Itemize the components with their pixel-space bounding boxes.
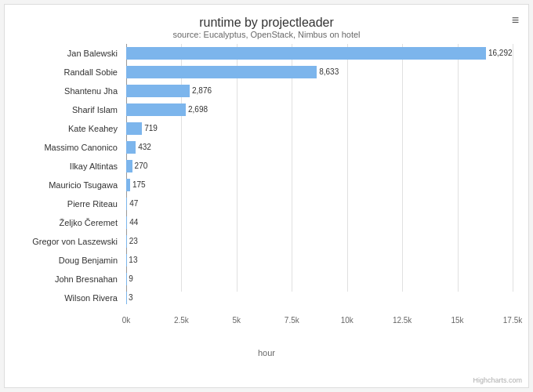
chart-container: runtime by projectleader source: Eucalyp…	[4, 4, 529, 388]
bar-fill	[126, 85, 190, 98]
bar-label: Massimo Canonico	[13, 138, 122, 157]
x-axis-tick-label: 17.5k	[503, 316, 522, 325]
bar-label: Wilson Rivera	[13, 289, 122, 307]
bar-label: Sharif Islam	[13, 100, 122, 119]
bar-fill	[126, 141, 136, 154]
bar-label: Randall Sobie	[13, 63, 122, 82]
bar-label: Pierre Riteau	[13, 194, 122, 213]
bar-value-label: 13	[126, 254, 137, 267]
bar-value-label: 23	[127, 235, 138, 249]
bar-label: Gregor von Laszewski	[13, 232, 122, 251]
menu-icon[interactable]: ≡	[512, 14, 519, 27]
bar-value-label: 47	[127, 198, 138, 211]
chart-subtitle: source: Eucalyptus, OpenStack, Nimbus on…	[13, 30, 520, 39]
bar-value-label: 3	[126, 292, 133, 305]
bar-value-label: 44	[127, 216, 138, 230]
bar-fill	[126, 103, 186, 117]
x-axis-tick-label: 12.5k	[393, 316, 412, 325]
chart-area: 16,2928,6332,8762,6987194322701754744231…	[13, 44, 520, 326]
bar-label: Shantenu Jha	[13, 82, 122, 100]
bar-value-label: 719	[142, 122, 158, 136]
bar-label: Mauricio Tsugawa	[13, 176, 122, 194]
bar-value-label: 8,633	[317, 66, 339, 79]
bar-fill	[126, 66, 317, 79]
x-axis-tick-label: 2.5k	[174, 316, 189, 325]
x-axis-tick-label: 7.5k	[285, 316, 299, 325]
bar-value-label: 2,876	[190, 85, 212, 98]
bar-label: John Bresnahan	[13, 270, 122, 289]
bar-label: Ilkay Altintas	[13, 157, 122, 176]
bar-value-label: 16,292	[486, 47, 513, 60]
bar-fill	[126, 122, 142, 136]
x-axis-tick-label: 10k	[341, 316, 354, 325]
chart-title: runtime by projectleader	[13, 16, 520, 30]
x-axis-tick-label: 5k	[233, 316, 241, 325]
bar-value-label: 270	[132, 160, 148, 173]
highcharts-credit: Highcharts.com	[473, 376, 522, 384]
bar-value-label: 9	[126, 273, 133, 286]
x-axis-tick-label: 0k	[122, 316, 131, 325]
bar-label: Doug Benjamin	[13, 251, 122, 270]
bar-value-label: 175	[130, 179, 146, 192]
grid-line	[513, 44, 513, 292]
bar-value-label: 2,698	[186, 103, 208, 117]
bar-fill	[126, 47, 486, 60]
bar-label: Željko Čeremet	[13, 213, 122, 232]
bar-fill	[126, 160, 132, 173]
bar-label: Jan Balewski	[13, 44, 122, 63]
x-axis-label: hour	[13, 348, 520, 358]
bar-label: Kate Keahey	[13, 119, 122, 138]
x-axis-tick-label: 15k	[451, 316, 464, 325]
bar-value-label: 432	[136, 141, 151, 154]
